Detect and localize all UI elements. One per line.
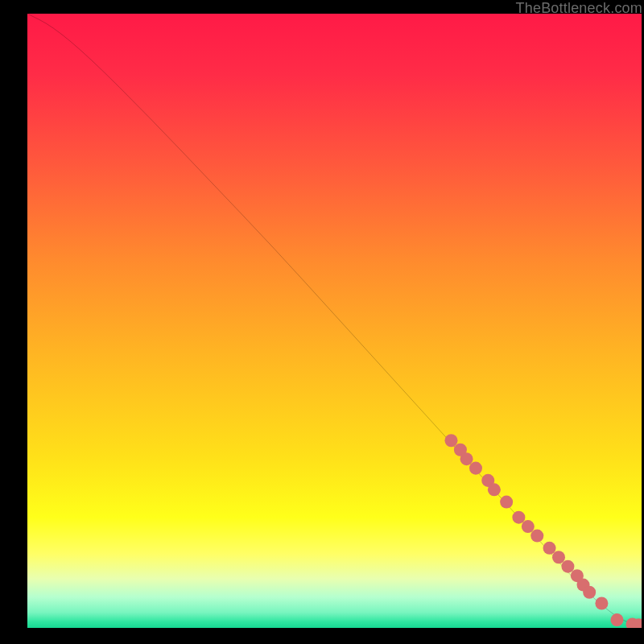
scatter-point <box>460 452 473 465</box>
stage: TheBottleneck.com <box>0 0 644 644</box>
watermark-text: TheBottleneck.com <box>516 0 642 17</box>
scatter-point <box>543 542 556 555</box>
scatter-point <box>552 551 565 564</box>
scatter-point <box>522 520 535 533</box>
scatter-point <box>610 613 623 626</box>
scatter-point <box>469 462 482 475</box>
scatter-point <box>583 586 596 599</box>
chart-overlay <box>27 14 642 628</box>
scatter-point <box>444 434 457 447</box>
scatter-point <box>512 511 525 524</box>
scatter-point <box>500 496 513 509</box>
scatter-point <box>530 530 543 543</box>
scatter-point <box>488 483 501 496</box>
scatter-point <box>595 597 608 609</box>
bottleneck-curve <box>27 14 642 625</box>
chart-area <box>27 14 642 628</box>
scatter-point <box>561 560 574 573</box>
scatter-points <box>444 434 642 628</box>
